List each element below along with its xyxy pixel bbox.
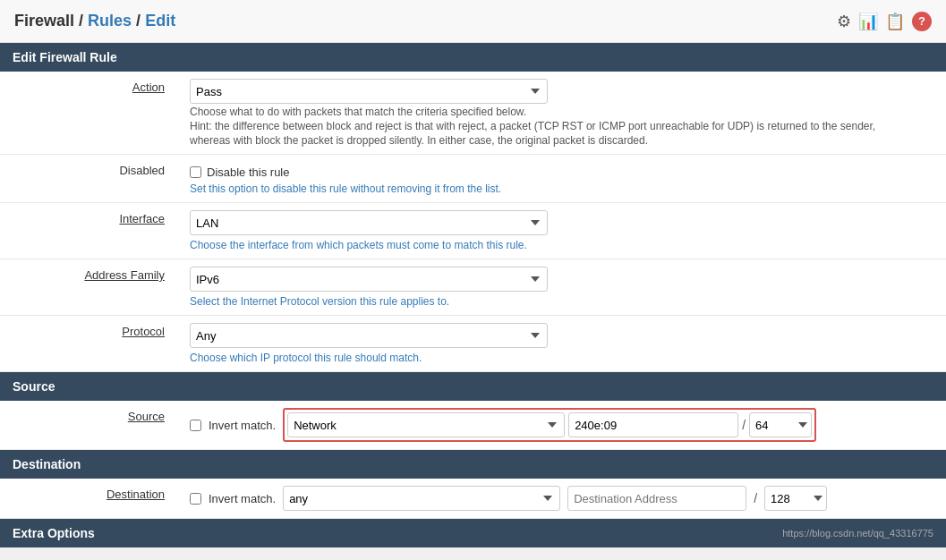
help-icon[interactable]: ? <box>912 12 932 31</box>
main-content: Edit Firewall Rule Action Pass Block Rej… <box>0 43 946 547</box>
source-value-cell: Invert match. any Network Single host or… <box>179 401 946 450</box>
protocol-row: Protocol Any TCP UDP ICMP Choose which I… <box>0 316 946 372</box>
interface-select[interactable]: LAN WAN <box>190 210 548 235</box>
source-network-select[interactable]: any Network Single host or alias This Fi… <box>287 412 565 437</box>
chart-icon[interactable]: 📊 <box>858 12 878 31</box>
action-label-cell: Action <box>0 72 179 155</box>
address-family-select[interactable]: IPv4 IPv6 IPv4+IPv6 <box>190 267 548 292</box>
breadcrumb-rules[interactable]: Rules <box>88 12 132 30</box>
source-controls: Invert match. any Network Single host or… <box>190 408 935 442</box>
extra-options-header: Extra Options <box>13 526 95 540</box>
slash-separator: / <box>742 418 746 432</box>
edit-rule-header: Edit Firewall Rule <box>0 43 946 72</box>
protocol-label[interactable]: Protocol <box>122 325 165 338</box>
breadcrumb-firewall: Firewall <box>14 12 74 30</box>
disabled-checkbox-row: Disable this rule <box>190 162 935 179</box>
disabled-label: Disabled <box>119 164 165 177</box>
extra-options-url: https://blog.csdn.net/qq_43316775 <box>782 528 933 539</box>
action-select[interactable]: Pass Block Reject <box>190 79 548 104</box>
interface-value-cell: LAN WAN Choose the interface from which … <box>179 203 946 259</box>
disabled-help: Set this option to disable this rule wit… <box>190 182 935 195</box>
destination-table: Destination Invert match. any Network Si… <box>0 479 946 519</box>
address-family-label-cell: Address Family <box>0 259 179 316</box>
interface-label-cell: Interface <box>0 203 179 259</box>
destination-slash: / <box>754 491 757 505</box>
source-cidr-select[interactable]: 128 64 56 48 32 24 16 8 <box>749 412 812 437</box>
address-family-help: Select the Internet Protocol version thi… <box>190 295 935 308</box>
action-value-cell: Pass Block Reject Choose what to do with… <box>179 72 946 155</box>
address-family-value-cell: IPv4 IPv6 IPv4+IPv6 Select the Internet … <box>179 259 946 316</box>
source-label-cell: Source <box>0 401 179 450</box>
protocol-label-cell: Protocol <box>0 316 179 372</box>
destination-invert-checkbox[interactable] <box>190 493 201 505</box>
destination-label-cell: Destination <box>0 479 179 519</box>
extra-options-bar: Extra Options https://blog.csdn.net/qq_4… <box>0 519 946 547</box>
source-table: Source Invert match. any Network Single … <box>0 401 946 450</box>
list-icon[interactable]: 📋 <box>885 12 905 31</box>
interface-help: Choose the interface from which packets … <box>190 239 935 251</box>
action-help1: Choose what to do with packets that matc… <box>190 106 935 118</box>
destination-invert-label: Invert match. <box>209 492 276 505</box>
destination-address-input[interactable] <box>567 486 746 511</box>
settings-icon[interactable]: ⚙ <box>837 12 851 31</box>
edit-firewall-rule-section: Edit Firewall Rule Action Pass Block Rej… <box>0 43 946 372</box>
disabled-checkbox-label: Disable this rule <box>207 165 290 179</box>
source-invert-checkbox[interactable] <box>190 420 201 431</box>
source-label[interactable]: Source <box>128 410 165 423</box>
destination-type-select[interactable]: any Network Single host or alias <box>283 486 560 511</box>
destination-cidr-select[interactable]: 128 64 56 48 32 24 16 8 <box>764 486 827 511</box>
source-section: Source Source Invert match. any Network <box>0 372 946 450</box>
action-hint: Hint: the difference between block and r… <box>190 120 935 132</box>
disabled-value-cell: Disable this rule Set this option to dis… <box>179 155 946 203</box>
destination-label[interactable]: Destination <box>107 488 165 501</box>
interface-row: Interface LAN WAN Choose the interface f… <box>0 203 946 259</box>
disabled-label-cell: Disabled <box>0 155 179 203</box>
source-invert-label: Invert match. <box>209 419 276 432</box>
destination-controls: Invert match. any Network Single host or… <box>190 486 935 511</box>
breadcrumb: Firewall / Rules / Edit <box>14 12 175 30</box>
action-label[interactable]: Action <box>132 81 165 94</box>
address-family-label[interactable]: Address Family <box>84 268 165 282</box>
protocol-select[interactable]: Any TCP UDP ICMP <box>190 323 548 348</box>
source-ip-input[interactable] <box>568 412 738 437</box>
source-highlighted-box: any Network Single host or alias This Fi… <box>283 408 816 442</box>
action-hint2: whereas with block the packet is dropped… <box>190 134 935 147</box>
source-row: Source Invert match. any Network Single … <box>0 401 946 450</box>
top-bar: Firewall / Rules / Edit ⚙ 📊 📋 ? <box>0 0 946 43</box>
interface-label[interactable]: Interface <box>119 212 165 225</box>
top-icons: ⚙ 📊 📋 ? <box>837 12 932 31</box>
destination-value-cell: Invert match. any Network Single host or… <box>179 479 946 519</box>
destination-row: Destination Invert match. any Network Si… <box>0 479 946 519</box>
action-row: Action Pass Block Reject Choose what to … <box>0 72 946 155</box>
protocol-help: Choose which IP protocol this rule shoul… <box>190 352 935 364</box>
disabled-checkbox[interactable] <box>190 166 201 178</box>
destination-header: Destination <box>0 450 946 479</box>
form-table: Action Pass Block Reject Choose what to … <box>0 72 946 372</box>
address-family-row: Address Family IPv4 IPv6 IPv4+IPv6 Selec… <box>0 259 946 316</box>
protocol-value-cell: Any TCP UDP ICMP Choose which IP protoco… <box>179 316 946 372</box>
destination-section: Destination Destination Invert match. an… <box>0 450 946 519</box>
source-header: Source <box>0 372 946 401</box>
breadcrumb-edit[interactable]: Edit <box>145 12 175 30</box>
disabled-row: Disabled Disable this rule Set this opti… <box>0 155 946 203</box>
